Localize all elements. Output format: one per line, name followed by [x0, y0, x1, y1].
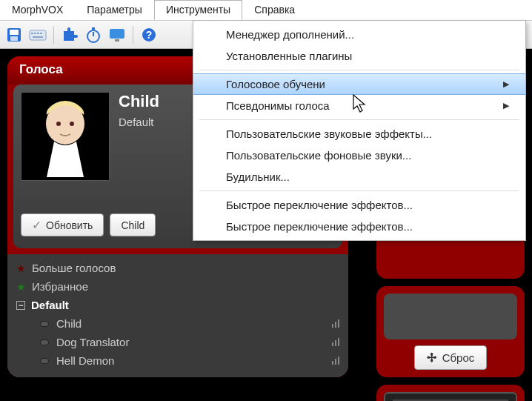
svg-rect-5: [34, 33, 36, 34]
tree-voice-dogtranslator[interactable]: Dog Translator: [15, 333, 341, 351]
voice-title: Child: [119, 92, 159, 111]
tree-voice-child[interactable]: Child: [15, 314, 341, 333]
svg-rect-2: [10, 36, 18, 41]
menu-morphvox[interactable]: MorphVOX: [0, 0, 75, 20]
svg-text:?: ?: [146, 29, 153, 41]
menu-params[interactable]: Параметры: [75, 0, 154, 20]
menu-voice-aliases[interactable]: Псевдонимы голоса▶: [193, 95, 525, 116]
svg-rect-3: [30, 30, 46, 40]
keyboard-icon[interactable]: [28, 25, 47, 44]
tools-dropdown: Менеджер дополнений... Установленные пла…: [193, 20, 526, 241]
right-panel-3: ✢Сброс: [376, 286, 525, 377]
menu-help[interactable]: Справка: [242, 0, 307, 20]
signal-icon: [332, 338, 339, 346]
svg-rect-4: [31, 33, 33, 34]
menu-tools[interactable]: Инструменты: [154, 0, 242, 20]
check-icon: ✓: [32, 218, 41, 232]
menu-quick-effects-1[interactable]: Быстрое переключение эффектов...: [193, 194, 525, 216]
svg-rect-10: [92, 27, 95, 30]
reset-button[interactable]: ✢Сброс: [414, 345, 488, 370]
menu-separator: [199, 190, 519, 191]
submenu-arrow-icon: ▶: [503, 101, 509, 110]
tree-group-default[interactable]: −Default: [15, 296, 341, 314]
menu-separator: [199, 119, 519, 120]
save-icon[interactable]: [4, 25, 24, 44]
menu-voice-training[interactable]: Голосовое обучени▶: [193, 73, 525, 95]
bullet-icon: [40, 339, 49, 345]
svg-rect-6: [37, 33, 39, 34]
menu-custom-sound-effects[interactable]: Пользовательские звуковые эффекты...: [193, 123, 525, 145]
svg-point-17: [56, 122, 61, 126]
star-icon: ★: [16, 281, 26, 293]
collapse-icon[interactable]: −: [16, 301, 25, 310]
gray-inner: [384, 294, 517, 339]
plus-icon: ✢: [427, 351, 436, 365]
monitor-icon[interactable]: [107, 25, 127, 44]
avatar: [21, 92, 110, 181]
stopwatch-icon[interactable]: [84, 25, 103, 44]
voice-tree: ★Больше голосов ★Избранное −Default Chil…: [7, 254, 348, 377]
menu-installed-plugins[interactable]: Установленные плагины: [193, 45, 525, 67]
tree-more-voices[interactable]: ★Больше голосов: [15, 259, 341, 277]
help-icon[interactable]: ?: [139, 25, 159, 44]
svg-rect-13: [115, 39, 119, 42]
star-icon: ★: [16, 262, 26, 274]
puzzle-icon[interactable]: [60, 25, 79, 44]
svg-rect-7: [40, 33, 42, 34]
separator: [53, 26, 54, 44]
menu-custom-background-sounds[interactable]: Пользовательские фоновые звуки...: [193, 145, 525, 166]
slider-track[interactable]: [384, 392, 517, 401]
signal-icon: [332, 357, 339, 365]
bullet-icon: [40, 358, 49, 364]
menubar: MorphVOX Параметры Инструменты Справка: [0, 0, 532, 21]
voice-select-button[interactable]: Child: [110, 213, 156, 236]
submenu-arrow-icon: ▶: [503, 79, 509, 89]
svg-rect-8: [33, 36, 43, 38]
svg-rect-1: [10, 30, 19, 35]
menu-addon-manager[interactable]: Менеджер дополнений...: [193, 24, 525, 45]
right-panel-4: [376, 385, 525, 401]
menu-quick-effects-2[interactable]: Быстрое переключение эффектов...: [193, 216, 525, 237]
voice-subtitle: Default: [119, 116, 159, 128]
update-button[interactable]: ✓Обновить: [21, 213, 104, 236]
tree-favorites[interactable]: ★Избранное: [15, 277, 341, 296]
signal-icon: [332, 319, 339, 328]
svg-point-18: [70, 122, 74, 126]
menu-alarm[interactable]: Будильник...: [193, 166, 525, 188]
bullet-icon: [40, 321, 49, 327]
svg-rect-12: [110, 29, 124, 39]
menu-separator: [199, 70, 519, 70]
separator: [133, 26, 133, 44]
tree-voice-helldemon[interactable]: Hell Demon: [15, 351, 341, 370]
